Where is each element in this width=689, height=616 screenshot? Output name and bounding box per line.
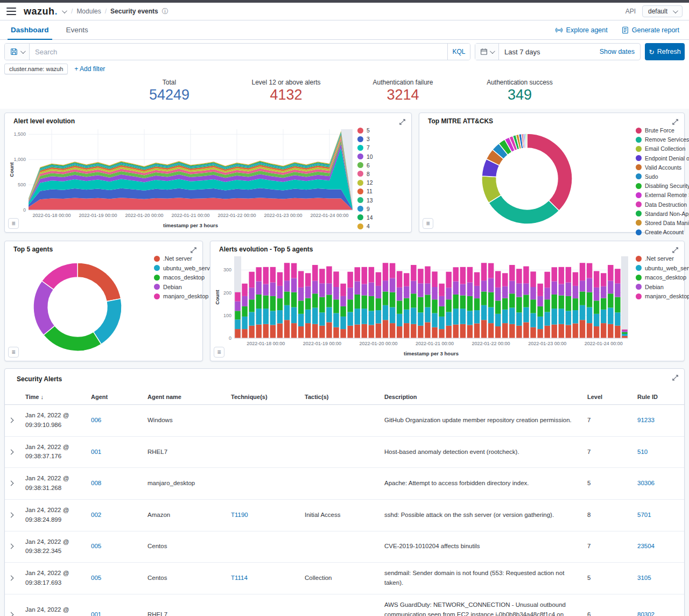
bar-segment[interactable] [425, 267, 430, 284]
bar-segment[interactable] [446, 312, 451, 325]
bar-segment[interactable] [256, 295, 262, 309]
show-dates-link[interactable]: Show dates [600, 48, 640, 55]
bar-segment[interactable] [383, 320, 388, 338]
bar-segment[interactable] [537, 284, 543, 296]
bar-segment[interactable] [467, 311, 473, 325]
bar-segment[interactable] [481, 263, 487, 281]
bar-segment[interactable] [305, 310, 311, 323]
bar-segment[interactable] [537, 306, 543, 317]
bar-segment[interactable] [256, 267, 262, 281]
menu-icon[interactable] [6, 8, 16, 15]
bar-segment[interactable] [291, 263, 297, 278]
bar-segment[interactable] [559, 267, 564, 284]
bar-segment[interactable] [235, 292, 240, 302]
legend-item[interactable]: Data Destruction [636, 201, 689, 208]
expand-icon[interactable] [399, 118, 406, 128]
bar-segment[interactable] [376, 324, 381, 338]
bar-segment[interactable] [622, 336, 627, 338]
legend-item[interactable]: Stored Data Manipu... [636, 220, 689, 226]
breadcrumb-modules[interactable]: Modules [76, 8, 101, 15]
bar-segment[interactable] [587, 307, 592, 324]
bar-segment[interactable] [242, 284, 247, 296]
bar-segment[interactable] [383, 291, 388, 305]
refresh-button[interactable]: ↻ Refresh [645, 43, 685, 60]
bar-segment[interactable] [418, 297, 423, 313]
mitre-slice-15[interactable] [526, 134, 527, 148]
bar-segment[interactable] [404, 298, 409, 310]
bar-segment[interactable] [530, 313, 536, 327]
bar-segment[interactable] [488, 323, 494, 338]
legend-item[interactable]: Debian [154, 284, 215, 290]
bar-segment[interactable] [263, 284, 269, 296]
bar-segment[interactable] [298, 300, 304, 313]
legend-item[interactable]: Disabling Security T... [636, 183, 689, 189]
technique-link[interactable]: T1190 [231, 512, 248, 518]
rule-id-link[interactable]: 5701 [637, 512, 651, 518]
bar-segment[interactable] [608, 324, 613, 338]
bar-segment[interactable] [552, 295, 557, 309]
bar-segment[interactable] [460, 309, 466, 324]
bar-segment[interactable] [369, 267, 374, 283]
bar-segment[interactable] [369, 311, 374, 325]
bar-segment[interactable] [256, 309, 262, 325]
bar-segment[interactable] [242, 306, 247, 317]
bar-segment[interactable] [411, 265, 416, 281]
bar-segment[interactable] [502, 323, 508, 338]
bar-segment[interactable] [488, 307, 494, 324]
agent-link[interactable]: 006 [91, 417, 101, 423]
bar-segment[interactable] [326, 322, 332, 338]
bar-segment[interactable] [256, 325, 262, 338]
bar-segment[interactable] [347, 326, 353, 338]
column-header-time[interactable]: Time↓ [21, 389, 87, 405]
bar-segment[interactable] [411, 281, 416, 294]
agent-link[interactable]: 002 [91, 512, 101, 518]
bar-segment[interactable] [362, 296, 367, 309]
bar-segment[interactable] [474, 324, 480, 338]
bar-segment[interactable] [552, 325, 557, 338]
bar-segment[interactable] [340, 284, 346, 296]
bar-segment[interactable] [404, 310, 409, 323]
bar-segment[interactable] [333, 299, 339, 313]
bar-segment[interactable] [284, 291, 290, 305]
bar-segment[interactable] [305, 273, 311, 286]
bar-segment[interactable] [418, 283, 423, 297]
legend-item[interactable]: 13 [357, 197, 373, 204]
bar-segment[interactable] [432, 299, 437, 313]
bar-segment[interactable] [347, 272, 353, 288]
bar-segment[interactable] [404, 273, 409, 286]
bar-segment[interactable] [615, 269, 620, 283]
legend-item[interactable]: macos_desktop [636, 274, 689, 281]
mitre-slice-Brute Force[interactable] [527, 134, 572, 211]
area-series-5[interactable] [29, 198, 353, 210]
bar-segment[interactable] [516, 297, 522, 313]
bar-segment[interactable] [481, 320, 487, 338]
bar-segment[interactable] [587, 278, 592, 292]
bar-segment[interactable] [509, 265, 515, 281]
bar-segment[interactable] [312, 307, 318, 324]
bar-segment[interactable] [530, 327, 536, 338]
bar-segment[interactable] [580, 305, 585, 320]
agent-slice-Debian[interactable] [33, 281, 55, 335]
legend-item[interactable]: Valid Accounts [636, 164, 689, 171]
bar-segment[interactable] [552, 309, 557, 325]
bar-segment[interactable] [425, 322, 430, 338]
expand-row-icon[interactable] [9, 481, 14, 486]
column-header-technique-s-[interactable]: Technique(s) [227, 389, 300, 405]
bar-segment[interactable] [530, 287, 536, 299]
bar-segment[interactable] [242, 317, 247, 329]
bar-segment[interactable] [355, 267, 360, 281]
bar-segment[interactable] [601, 273, 606, 286]
column-header-agent-name[interactable]: Agent name [143, 389, 227, 405]
bar-segment[interactable] [502, 273, 508, 286]
bar-segment[interactable] [390, 263, 395, 278]
expand-icon[interactable] [190, 246, 197, 256]
bar-segment[interactable] [474, 286, 480, 298]
bar-segment[interactable] [298, 271, 304, 287]
legend-item[interactable]: Remove Services [636, 136, 689, 143]
bar-segment[interactable] [573, 310, 578, 323]
bar-segment[interactable] [404, 323, 409, 338]
bar-segment[interactable] [362, 324, 367, 338]
bar-segment[interactable] [291, 307, 297, 324]
bar-segment[interactable] [530, 271, 536, 287]
bar-segment[interactable] [509, 307, 515, 324]
